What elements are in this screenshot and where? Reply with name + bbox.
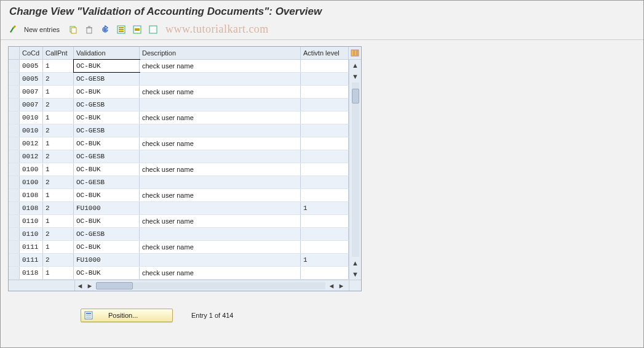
row-selector[interactable] xyxy=(9,73,20,85)
cell-description[interactable] xyxy=(140,99,301,111)
cell-validation[interactable]: OC-GESB xyxy=(74,176,140,188)
cell-callpnt[interactable]: 2 xyxy=(43,228,74,240)
details-icon[interactable] xyxy=(7,23,19,36)
cell-validation[interactable]: OC-BUK xyxy=(74,137,140,150)
select-block-icon[interactable] xyxy=(131,23,143,36)
cell-validation[interactable]: OC-BUK xyxy=(74,241,140,253)
scroll-down-step-icon[interactable]: ▼ xyxy=(350,71,361,82)
cell-description[interactable] xyxy=(140,254,301,266)
row-selector[interactable] xyxy=(9,60,20,72)
cell-actlvl[interactable] xyxy=(301,241,349,253)
cell-cocd[interactable]: 0108 xyxy=(20,189,43,201)
row-selector[interactable] xyxy=(9,215,20,227)
scrollbar-thumb[interactable] xyxy=(352,89,359,103)
scroll-right-step-icon[interactable]: ► xyxy=(85,281,95,291)
cell-validation[interactable]: OC-GESB xyxy=(74,150,140,163)
cell-cocd[interactable]: 0100 xyxy=(20,163,43,176)
cell-validation[interactable]: OC-BUK xyxy=(74,267,140,279)
row-selector[interactable] xyxy=(9,111,20,124)
cell-actlvl[interactable] xyxy=(301,73,349,85)
cell-description[interactable]: check user name xyxy=(140,267,301,279)
cell-description[interactable] xyxy=(140,202,301,214)
row-selector[interactable] xyxy=(9,202,20,214)
scroll-left-step-icon[interactable]: ◄ xyxy=(327,281,336,291)
vertical-scrollbar[interactable]: ▲ ▼ ▲ ▼ xyxy=(349,60,361,280)
cell-cocd[interactable]: 0100 xyxy=(20,176,43,188)
row-selector[interactable] xyxy=(9,137,20,150)
table-row[interactable]: 00071OC-BUKcheck user name xyxy=(9,86,361,99)
cell-actlvl[interactable] xyxy=(301,189,349,201)
table-row[interactable]: 01001OC-BUKcheck user name xyxy=(9,163,361,176)
row-selector-header[interactable] xyxy=(9,47,20,59)
cell-callpnt[interactable]: 1 xyxy=(43,60,74,72)
cell-callpnt[interactable]: 2 xyxy=(43,254,74,266)
table-row[interactable]: 01181OC-BUKcheck user name xyxy=(9,267,361,280)
cell-actlvl[interactable] xyxy=(301,99,349,111)
scroll-up-icon[interactable]: ▲ xyxy=(350,60,361,71)
header-cocd[interactable]: CoCd xyxy=(20,47,43,59)
scroll-right-icon[interactable]: ► xyxy=(336,281,346,291)
cell-callpnt[interactable]: 2 xyxy=(43,176,74,188)
header-validation[interactable]: Validation xyxy=(74,47,140,59)
row-selector[interactable] xyxy=(9,163,20,176)
table-row[interactable]: 00121OC-BUKcheck user name xyxy=(9,137,361,150)
cell-actlvl[interactable] xyxy=(301,137,349,150)
row-selector[interactable] xyxy=(9,267,20,279)
table-row[interactable]: 01082FU10001 xyxy=(9,202,361,215)
cell-validation[interactable]: OC-GESB xyxy=(74,124,140,137)
cell-actlvl[interactable]: 1 xyxy=(301,254,349,266)
table-row[interactable]: 01002OC-GESB xyxy=(9,176,361,189)
header-description[interactable]: Description xyxy=(140,47,301,59)
scrollbar-track[interactable] xyxy=(352,83,359,257)
table-row[interactable]: 01081OC-BUKcheck user name xyxy=(9,189,361,202)
cell-actlvl[interactable] xyxy=(301,111,349,124)
cell-description[interactable]: check user name xyxy=(140,241,301,253)
cell-cocd[interactable]: 0010 xyxy=(20,124,43,137)
cell-validation[interactable]: OC-BUK xyxy=(74,60,140,72)
cell-callpnt[interactable]: 2 xyxy=(43,99,74,111)
cell-cocd[interactable]: 0010 xyxy=(20,111,43,124)
cell-description[interactable] xyxy=(140,176,301,188)
cell-description[interactable]: check user name xyxy=(140,60,301,72)
cell-cocd[interactable]: 0110 xyxy=(20,215,43,227)
cell-cocd[interactable]: 0012 xyxy=(20,137,43,150)
cell-actlvl[interactable] xyxy=(301,163,349,176)
cell-actlvl[interactable]: 1 xyxy=(301,202,349,214)
cell-cocd[interactable]: 0012 xyxy=(20,150,43,163)
cell-callpnt[interactable]: 1 xyxy=(43,241,74,253)
cell-description[interactable]: check user name xyxy=(140,86,301,98)
cell-actlvl[interactable] xyxy=(301,267,349,279)
cell-cocd[interactable]: 0111 xyxy=(20,254,43,266)
cell-cocd[interactable]: 0108 xyxy=(20,202,43,214)
table-row[interactable]: 01102OC-GESB xyxy=(9,228,361,241)
scroll-down-icon[interactable]: ▼ xyxy=(350,269,361,280)
select-all-icon[interactable] xyxy=(115,23,127,36)
horizontal-scrollbar[interactable]: ◄ ► ◄ ► xyxy=(9,280,361,291)
cell-callpnt[interactable]: 2 xyxy=(43,202,74,214)
cell-description[interactable] xyxy=(140,150,301,163)
cell-description[interactable]: check user name xyxy=(140,137,301,150)
cell-description[interactable]: check user name xyxy=(140,111,301,124)
cell-validation[interactable]: OC-BUK xyxy=(74,86,140,98)
undo-icon[interactable] xyxy=(99,23,111,36)
table-row[interactable]: 00122OC-GESB xyxy=(9,150,361,163)
table-row[interactable]: 00052OC-GESB xyxy=(9,73,361,86)
cell-callpnt[interactable]: 1 xyxy=(43,163,74,176)
cell-callpnt[interactable]: 1 xyxy=(43,267,74,279)
table-row[interactable]: 01111OC-BUKcheck user name xyxy=(9,241,361,254)
cell-callpnt[interactable]: 1 xyxy=(43,86,74,98)
row-selector[interactable] xyxy=(9,228,20,240)
table-row[interactable]: 00051OC-BUKcheck user name xyxy=(9,60,361,73)
cell-callpnt[interactable]: 1 xyxy=(43,189,74,201)
cell-callpnt[interactable]: 1 xyxy=(43,137,74,150)
cell-actlvl[interactable] xyxy=(301,60,349,72)
cell-callpnt[interactable]: 1 xyxy=(43,215,74,227)
cell-cocd[interactable]: 0007 xyxy=(20,86,43,98)
cell-cocd[interactable]: 0111 xyxy=(20,241,43,253)
table-row[interactable]: 00101OC-BUKcheck user name xyxy=(9,111,361,124)
cell-validation[interactable]: OC-GESB xyxy=(74,228,140,240)
header-callpnt[interactable]: CallPnt xyxy=(43,47,74,59)
hscroll-track[interactable] xyxy=(96,282,325,289)
cell-cocd[interactable]: 0110 xyxy=(20,228,43,240)
row-selector[interactable] xyxy=(9,99,20,111)
